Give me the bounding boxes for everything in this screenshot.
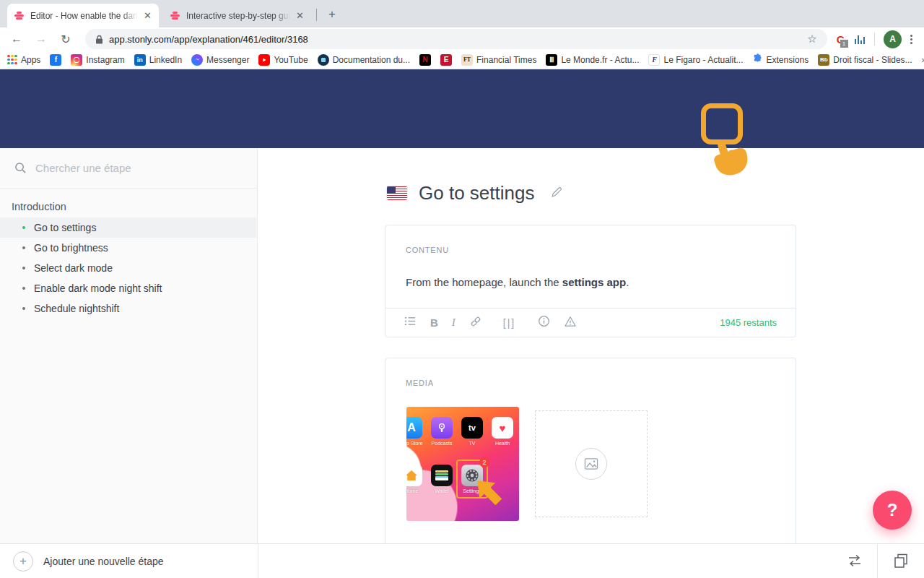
app-header: ‹ How enable the dark mode on iOS13 Chan… (0, 69, 924, 148)
forward-icon[interactable]: → (32, 30, 51, 48)
step-list: Go to settings Go to brightness Select d… (0, 217, 256, 319)
ft-icon: FT (461, 54, 473, 66)
list-icon[interactable] (404, 316, 417, 329)
duplicate-step-button[interactable] (894, 553, 908, 571)
step-item-go-to-settings[interactable]: Go to settings (0, 217, 256, 238)
content-text-after: . (626, 276, 629, 288)
media-thumbnail[interactable]: A App Store Podcasts tv TV ♥ (406, 407, 519, 521)
help-button[interactable]: ? (873, 491, 912, 530)
bookmarks-overflow[interactable]: » (922, 55, 924, 65)
stonly-favicon (14, 11, 25, 21)
stonly-favicon (170, 11, 180, 21)
address-bar[interactable]: app.stonly.com/app/explanation/461/edito… (85, 29, 827, 49)
notification-badge: 2 (479, 457, 489, 467)
bookmark-netflix[interactable]: N (419, 54, 431, 66)
browser-tab-inactive[interactable]: Interactive step-by-step guides ✕ (163, 4, 311, 27)
bookmark-messenger[interactable]: Messenger (191, 54, 249, 66)
bookmark-lefigaro[interactable]: F Le Figaro - Actualit... (648, 54, 743, 66)
linkedin-icon: in (134, 54, 146, 66)
netflix-icon: N (419, 54, 431, 66)
step-item-go-to-brightness[interactable]: Go to brightness (0, 238, 256, 258)
warning-icon[interactable] (564, 316, 577, 330)
bold-icon[interactable]: B (430, 316, 438, 329)
search-icon (14, 162, 27, 174)
browser-tab-strip: Editor - How enable the dark mo ✕ Intera… (0, 0, 924, 27)
media-upload-slot[interactable] (535, 410, 648, 517)
bookmark-lemonde[interactable]: Ⅲ Le Monde.fr - Actu... (546, 54, 639, 66)
ios-app-appstore: A App Store (406, 417, 422, 446)
extension-c-icon[interactable]: C1 (837, 33, 845, 46)
content-text-before: From the homepage, launch the (406, 276, 562, 288)
add-step-button[interactable]: + Ajouter une nouvelle étape (13, 551, 164, 571)
bookmark-droit-fiscal[interactable]: Bb Droit fiscal - Slides... (818, 54, 912, 66)
browser-toolbar: ← → ↻ app.stonly.com/app/explanation/461… (0, 27, 924, 51)
e-icon: E (440, 54, 452, 66)
step-label: Select dark mode (34, 262, 113, 274)
media-card: MEDIA A App Store Podcasts tv (385, 358, 796, 543)
search-input[interactable] (35, 162, 243, 174)
link-icon[interactable] (469, 315, 482, 331)
ios-app-health: ♥ Health (492, 417, 513, 446)
content-text[interactable]: From the homepage, launch the settings a… (406, 276, 629, 288)
info-icon[interactable] (538, 315, 550, 330)
facebook-icon: f (50, 54, 61, 66)
bookmark-apps[interactable]: Apps (7, 55, 40, 65)
instagram-icon (71, 54, 82, 66)
new-tab-button[interactable]: + (323, 6, 341, 23)
bookmark-e[interactable]: E (440, 54, 452, 66)
step-search[interactable] (0, 148, 257, 189)
step-label: Go to brightness (34, 242, 108, 254)
us-flag-icon (387, 186, 407, 200)
reorder-steps-button[interactable] (846, 553, 863, 571)
tv-icon: tv (461, 417, 483, 439)
step-item-select-dark-mode[interactable]: Select dark mode (0, 258, 256, 278)
profile-avatar[interactable]: A (884, 30, 902, 48)
step-bullet (22, 267, 25, 269)
bookmark-star-icon[interactable]: ☆ (807, 33, 816, 46)
bookmark-documentation[interactable]: Documentation du... (318, 54, 410, 66)
reload-icon[interactable]: ↻ (56, 30, 75, 48)
edit-title-button[interactable] (550, 186, 563, 202)
section-title: Introduction (12, 201, 66, 212)
puzzle-icon (753, 53, 763, 66)
footer-bar: + Ajouter une nouvelle étape (0, 543, 924, 578)
variable-icon[interactable]: [|] (503, 317, 515, 329)
bookmark-facebook[interactable]: f (50, 54, 61, 66)
step-title: Go to settings (419, 182, 534, 204)
lefigaro-icon: F (648, 54, 660, 66)
step-bullet (22, 287, 25, 290)
tab-title: Interactive step-by-step guides (186, 11, 290, 21)
tab-close-icon[interactable]: ✕ (296, 10, 304, 21)
ios-app-home: Home (406, 465, 422, 493)
home-icon (406, 465, 422, 486)
appstore-icon: A (406, 417, 422, 439)
browser-tab-active[interactable]: Editor - How enable the dark mo ✕ (7, 4, 159, 27)
bookmark-instagram[interactable]: Instagram (71, 54, 124, 66)
tab-title: Editor - How enable the dark mo (30, 11, 138, 21)
tab-divider (316, 9, 317, 21)
bookmark-linkedin[interactable]: in LinkedIn (134, 54, 182, 66)
editor-main: Go to settings CONTENU From the homepage… (258, 148, 924, 543)
step-item-enable-dark-mode[interactable]: Enable dark mode night shift (0, 278, 256, 298)
bookmark-youtube[interactable]: YouTube (258, 54, 308, 66)
wallet-icon (431, 465, 453, 486)
italic-icon[interactable]: I (452, 316, 456, 329)
content-card-label: CONTENU (406, 246, 449, 254)
step-label: Go to settings (34, 222, 96, 233)
sidebar: Introduction Go to settings Go to bright… (0, 148, 258, 543)
back-icon[interactable]: ← (7, 30, 26, 48)
image-icon (584, 457, 598, 470)
bookmark-extensions[interactable]: Extensions (753, 53, 809, 66)
arrow-annotation-icon (470, 473, 507, 514)
step-label: Enable dark mode night shift (34, 282, 162, 294)
step-item-schedule-nightshift[interactable]: Schedule nightshift (0, 298, 256, 319)
tab-close-icon[interactable]: ✕ (144, 10, 152, 21)
step-label: Schedule nightshift (34, 303, 119, 314)
podcasts-icon (431, 417, 453, 439)
bookmark-ft[interactable]: FT Financial Times (461, 54, 536, 66)
step-bullet (22, 226, 25, 229)
extension-bars-icon[interactable] (855, 34, 866, 44)
chrome-menu-icon[interactable] (910, 35, 912, 44)
step-bullet (22, 246, 25, 249)
toolbar-divider (874, 33, 875, 46)
